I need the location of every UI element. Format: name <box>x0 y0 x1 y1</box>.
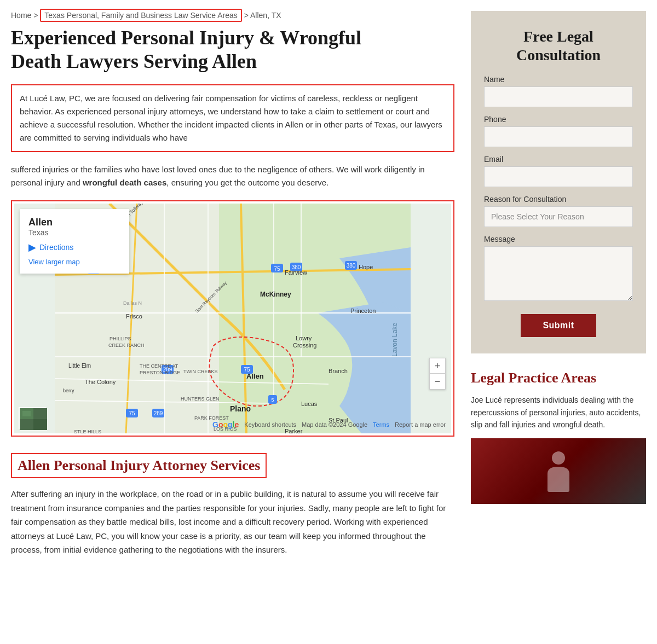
legal-practice-body: Joe Lucé represents individuals dealing … <box>471 394 646 431</box>
map-footer-report[interactable]: Report a map error <box>395 421 446 428</box>
breadcrumb-sep2: > <box>244 11 250 20</box>
svg-text:Lavon Lake: Lavon Lake <box>391 323 399 357</box>
zoom-in-button[interactable]: + <box>430 358 445 374</box>
phone-form-group: Phone <box>484 115 633 147</box>
svg-text:Lucas: Lucas <box>301 401 318 407</box>
svg-text:Princeton: Princeton <box>350 308 376 314</box>
name-label: Name <box>484 75 633 84</box>
svg-text:75: 75 <box>129 410 135 416</box>
reason-select[interactable]: Please Select Your Reason Personal Injur… <box>484 206 633 227</box>
form-title: Free Legal Consultation <box>484 27 633 64</box>
practice-image-inner <box>471 438 646 504</box>
intro-highlighted-box: At Lucé Law, PC, we are focused on deliv… <box>11 84 454 152</box>
map-city-name: Allen <box>28 217 120 228</box>
svg-text:289: 289 <box>154 410 163 416</box>
breadcrumb-middle[interactable]: Texas Personal, Family and Business Law … <box>40 9 242 22</box>
map-state-name: Texas <box>28 228 120 237</box>
map-embed[interactable]: Plano The Colony Hebron Frisco Allen Fai… <box>14 204 451 433</box>
message-textarea[interactable] <box>484 246 633 301</box>
sidebar: Free Legal Consultation Name Phone Email… <box>471 11 646 568</box>
map-footer-data: Map data ©2024 Google <box>302 421 367 428</box>
svg-text:5: 5 <box>271 397 274 403</box>
svg-text:Lowry: Lowry <box>296 335 312 341</box>
email-label: Email <box>484 155 633 164</box>
services-body: After suffering an injury in the workpla… <box>11 487 454 557</box>
svg-rect-67 <box>33 419 47 430</box>
svg-text:The Colony: The Colony <box>85 379 116 385</box>
breadcrumb-current: Allen, TX <box>250 11 281 20</box>
breadcrumb: Home > Texas Personal, Family and Busine… <box>11 11 454 20</box>
svg-rect-68 <box>22 411 31 416</box>
email-form-group: Email <box>484 155 633 187</box>
services-heading: Allen Personal Injury Attorney Services <box>11 453 267 478</box>
svg-point-69 <box>552 451 565 465</box>
svg-text:PRESTON RIDGE: PRESTON RIDGE <box>140 370 180 375</box>
svg-text:75: 75 <box>274 266 280 272</box>
legal-practice-heading: Legal Practice Areas <box>471 370 646 386</box>
svg-text:THE CENTRE AT: THE CENTRE AT <box>140 363 178 369</box>
svg-text:HUNTERS GLEN: HUNTERS GLEN <box>181 396 220 402</box>
svg-text:Plano: Plano <box>230 404 251 413</box>
svg-text:McKinney: McKinney <box>260 291 291 298</box>
map-zoom-controls: + − <box>429 358 446 390</box>
svg-text:TWIN CREEKS: TWIN CREEKS <box>183 369 218 374</box>
message-label: Message <box>484 235 633 243</box>
reason-label: Reason for Consultation <box>484 195 633 204</box>
practice-image <box>471 438 646 504</box>
svg-text:Dallas N: Dallas N <box>123 300 142 306</box>
map-container: Plano The Colony Hebron Frisco Allen Fai… <box>11 200 454 437</box>
view-larger-map-link[interactable]: View larger map <box>28 258 120 266</box>
name-input[interactable] <box>484 86 633 107</box>
breadcrumb-home[interactable]: Home <box>11 11 31 20</box>
svg-text:STLE HILLS: STLE HILLS <box>74 429 101 433</box>
svg-text:Crossing: Crossing <box>293 342 316 349</box>
svg-text:Branch: Branch <box>328 368 348 374</box>
map-footer-terms[interactable]: Terms <box>373 421 389 428</box>
email-input[interactable] <box>484 166 633 187</box>
zoom-out-button[interactable]: − <box>430 374 445 389</box>
svg-text:Little Elm: Little Elm <box>68 363 91 369</box>
page-title: Experienced Personal Injury & Wrongful D… <box>11 26 454 73</box>
svg-text:75: 75 <box>244 367 250 373</box>
map-footer: Google Keyboard shortcuts Map data ©2024… <box>212 420 446 429</box>
phone-input[interactable] <box>484 126 633 147</box>
svg-text:CREEK RANCH: CREEK RANCH <box>108 343 145 348</box>
svg-text:380: 380 <box>292 264 301 270</box>
reason-form-group: Reason for Consultation Please Select Yo… <box>484 195 633 227</box>
intro-continuation: suffered injuries or the families who ha… <box>11 163 454 189</box>
map-satellite-thumb[interactable] <box>19 407 46 429</box>
phone-label: Phone <box>484 115 633 124</box>
main-content: Home > Texas Personal, Family and Busine… <box>11 11 454 568</box>
legal-practice-section: Legal Practice Areas Joe Lucé represents… <box>471 370 646 504</box>
directions-icon: ▶ <box>28 241 36 253</box>
breadcrumb-sep1: > <box>33 11 40 20</box>
directions-link[interactable]: Directions <box>39 243 73 252</box>
map-info-card: Allen Texas ▶ Directions View larger map <box>20 209 129 274</box>
map-footer-shortcuts[interactable]: Keyboard shortcuts <box>244 421 296 428</box>
message-form-group: Message <box>484 235 633 303</box>
name-form-group: Name <box>484 75 633 107</box>
consultation-form-box: Free Legal Consultation Name Phone Email… <box>471 11 646 353</box>
google-logo: Google <box>212 420 239 429</box>
svg-text:berry: berry <box>63 388 74 393</box>
svg-text:PHILLIPS: PHILLIPS <box>110 336 131 341</box>
submit-button[interactable]: Submit <box>521 314 596 337</box>
intro-highlighted-text: At Lucé Law, PC, we are focused on deliv… <box>12 85 453 151</box>
svg-text:380: 380 <box>347 263 356 269</box>
svg-text:Frisco: Frisco <box>126 313 142 320</box>
directions-row[interactable]: ▶ Directions <box>28 241 120 253</box>
